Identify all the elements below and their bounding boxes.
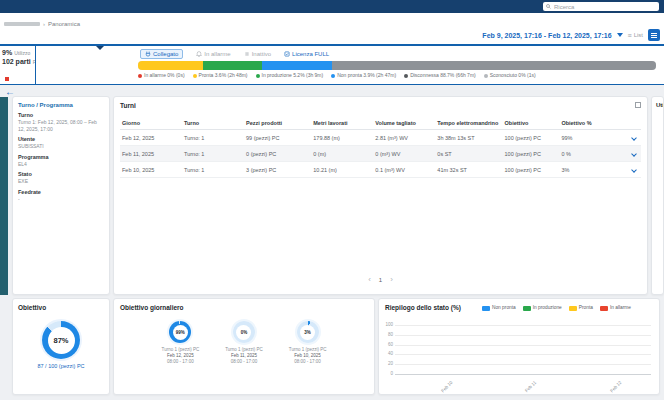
table-row[interactable]: Feb 12, 2025 Turno: 1 99 (pezzi) PC 179.…: [120, 130, 641, 146]
search-icon: [546, 4, 551, 9]
legend-dot: [193, 74, 197, 78]
daily-donut-gauge: 0%: [233, 321, 255, 343]
status-segment-producing: [203, 61, 263, 70]
chart-legend: Non pronta In produzione Pronta In allar…: [482, 306, 631, 311]
field-feedrate: Feedrate -: [18, 189, 104, 203]
legend-item: Disconnessa 88.7% (66h 7m): [404, 73, 476, 78]
legend-item: Pronta: [569, 306, 593, 311]
legend-dot: [404, 74, 408, 78]
legend-item: In allarme 0% (0s): [138, 73, 185, 78]
table-pagination: ‹ 1 ›: [114, 276, 647, 284]
daily-donut-gauge: 99%: [169, 321, 191, 343]
chevron-down-icon[interactable]: [617, 33, 623, 37]
license-icon: [284, 51, 290, 57]
utilization-label: Utilizzo: [14, 50, 30, 56]
status-summary-plot: 100 80 60 40 20 0 Feb 10 Feb 11 Feb 12: [395, 325, 651, 374]
goal-donut-gauge: 87%: [42, 321, 80, 359]
machine-tags: Collegato In allarme Inattivo Licenza FU…: [140, 49, 329, 59]
date-toolbar: Feb 9, 2025, 17:16 - Feb 12, 2025, 17:16…: [482, 29, 660, 41]
legend-item: Non pronta: [482, 306, 516, 311]
status-segment-disconnected: [332, 61, 656, 70]
row-expand-chevron-icon[interactable]: [631, 135, 637, 141]
menu-button[interactable]: [648, 29, 660, 41]
status-summary-card: Riepilogo dello stato (%) Non pronta In …: [378, 298, 660, 395]
legend-chip: [523, 306, 531, 311]
bell-icon: [196, 51, 202, 57]
tag-in-alarm: In allarme: [196, 51, 230, 57]
pause-icon: [244, 51, 250, 57]
expand-icon[interactable]: [635, 102, 641, 108]
shifts-table-card: Turni Giorno Turno Pezzi prodotti Metri …: [113, 96, 648, 295]
row-expand-chevron-icon[interactable]: [631, 167, 637, 173]
date-range-selector[interactable]: Feb 9, 2025, 17:16 - Feb 12, 2025, 17:16: [482, 32, 611, 39]
collapsed-panel-strip[interactable]: [0, 97, 8, 295]
breadcrumb-root-redacted[interactable]: [4, 22, 40, 26]
legend-item: In produzione: [523, 306, 562, 311]
table-row[interactable]: Feb 10, 2025 Turno: 1 3 (pezzi) PC 10.21…: [120, 162, 641, 178]
legend-item: Pronta 3.6% (2h 48m): [193, 73, 248, 78]
band-bottom-divider: [0, 84, 664, 85]
daily-goal-title: Obiettivo giornaliero: [120, 304, 368, 311]
list-toggle[interactable]: ≡ List: [628, 32, 643, 39]
shift-program-card: Turno / Programma Turno Turno 1: Feb 12,…: [12, 96, 110, 295]
alarm-status-dot: [5, 77, 9, 81]
table-header: Giorno Turno Pezzi prodotti Metri lavora…: [120, 116, 641, 130]
tag-connected: Collegato: [140, 49, 183, 59]
row-expand-chevron-icon[interactable]: [631, 151, 637, 157]
dashboard-page: Ricerca › Panoramica Feb 9, 2025, 17:16 …: [0, 0, 664, 400]
legend-dot: [138, 74, 142, 78]
machine-status-bar: [138, 61, 656, 70]
legend-item: In allarme: [600, 306, 631, 311]
legend-chip: [482, 306, 490, 311]
table-row[interactable]: Feb 11, 2025 Turno: 1 0 (pezzi) PC 0 (m)…: [120, 146, 641, 162]
legend-item: Non pronta 3.9% (2h 47m): [331, 73, 396, 78]
daily-goal-card: Obiettivo giornaliero 99% Turno 1 (pezzi…: [113, 298, 375, 395]
legend-chip: [600, 306, 608, 311]
legend-dot: [256, 74, 260, 78]
utilization-value: 9%: [2, 49, 12, 56]
x-axis-label: Feb 12: [609, 380, 622, 393]
active-machine-marker: [96, 46, 104, 50]
page-next-button[interactable]: ›: [390, 276, 393, 284]
list-icon: ≡: [628, 32, 632, 39]
daily-goal-item: 3% Turno 1 (pezzi) PC Feb 10, 2025 08:00…: [289, 321, 327, 364]
page-number[interactable]: 1: [379, 277, 382, 283]
legend-chip: [569, 306, 577, 311]
search-placeholder: Ricerca: [554, 4, 574, 10]
breadcrumb-separator: ›: [43, 21, 45, 27]
goal-card: Obiettivo 87% 87 / 100 (pezzi) PC: [12, 298, 110, 395]
status-segment-ready: [138, 61, 203, 70]
top-navbar: Ricerca: [0, 0, 664, 13]
x-axis-label: Feb 11: [524, 380, 537, 393]
x-axis-label: Feb 10: [440, 380, 453, 393]
tag-license: Licenza FULL: [284, 51, 329, 57]
legend-item: Sconosciuto 0% (1s): [484, 73, 536, 78]
field-state: Stato EXE: [18, 171, 104, 185]
goal-card-title: Obiettivo: [18, 304, 104, 311]
plug-icon: [145, 51, 151, 57]
daily-goal-item: 99% Turno 1 (pezzi) PC Feb 12, 2025 08:0…: [162, 321, 200, 364]
menu-icon: [651, 33, 657, 34]
list-label: List: [634, 32, 643, 38]
search-input[interactable]: Ricerca: [543, 2, 659, 11]
page-prev-button[interactable]: ‹: [368, 276, 371, 284]
machine-summary-card[interactable]: 9% Utilizzo 102 parti Prodotte: [0, 46, 36, 84]
breadcrumb-current: Panoramica: [48, 21, 80, 27]
field-shift: Turno Turno 1: Feb 12, 2025, 08:00 – Feb…: [18, 112, 104, 132]
status-segment-notready: [262, 61, 332, 70]
field-user: Utente SUBISSATI: [18, 136, 104, 150]
parts-value: 102 parti: [2, 58, 31, 65]
legend-item: In produzione 5.2% (3h 9m): [256, 73, 324, 78]
legend-dot: [331, 74, 335, 78]
field-program: Programma EL4: [18, 154, 104, 168]
goal-percent: 87%: [48, 327, 75, 354]
parts-label: Prodotte: [33, 59, 36, 65]
utilization-card-title: Utilizzo: [656, 102, 663, 108]
shift-panel-title: Turno / Programma: [18, 102, 104, 108]
daily-donut-gauge: 3%: [297, 321, 319, 343]
goal-caption: 87 / 100 (pezzi) PC: [18, 363, 104, 369]
shifts-table: Giorno Turno Pezzi prodotti Metri lavora…: [120, 116, 641, 178]
shifts-table-title: Turni: [120, 102, 641, 109]
legend-dot: [484, 74, 488, 78]
daily-goal-item: 0% Turno 1 (pezzi) PC Feb 11, 2025 08:00…: [225, 321, 263, 364]
